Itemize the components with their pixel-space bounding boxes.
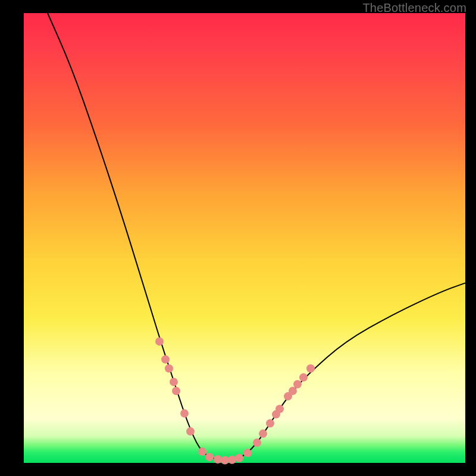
curve-path xyxy=(48,13,465,460)
data-point xyxy=(243,449,252,457)
data-point xyxy=(259,430,267,438)
data-point xyxy=(221,456,229,464)
data-point xyxy=(214,455,222,464)
data-point xyxy=(299,373,308,381)
data-point xyxy=(293,380,302,389)
data-point xyxy=(306,364,315,372)
data-point xyxy=(161,355,170,364)
data-point xyxy=(198,447,206,456)
data-point xyxy=(289,387,297,395)
data-point xyxy=(186,427,195,436)
data-point xyxy=(155,337,164,346)
data-point xyxy=(253,439,261,447)
dot-layer xyxy=(155,337,315,465)
data-point xyxy=(170,378,178,386)
frame: TheBottleneck.com xyxy=(0,0,476,476)
bottleneck-chart xyxy=(24,13,465,463)
data-point xyxy=(275,405,284,413)
data-point xyxy=(180,409,189,418)
data-point xyxy=(172,387,180,395)
data-point xyxy=(165,364,173,372)
data-point xyxy=(228,456,236,464)
data-point xyxy=(235,454,243,462)
data-point xyxy=(266,419,274,427)
data-point xyxy=(205,453,214,461)
